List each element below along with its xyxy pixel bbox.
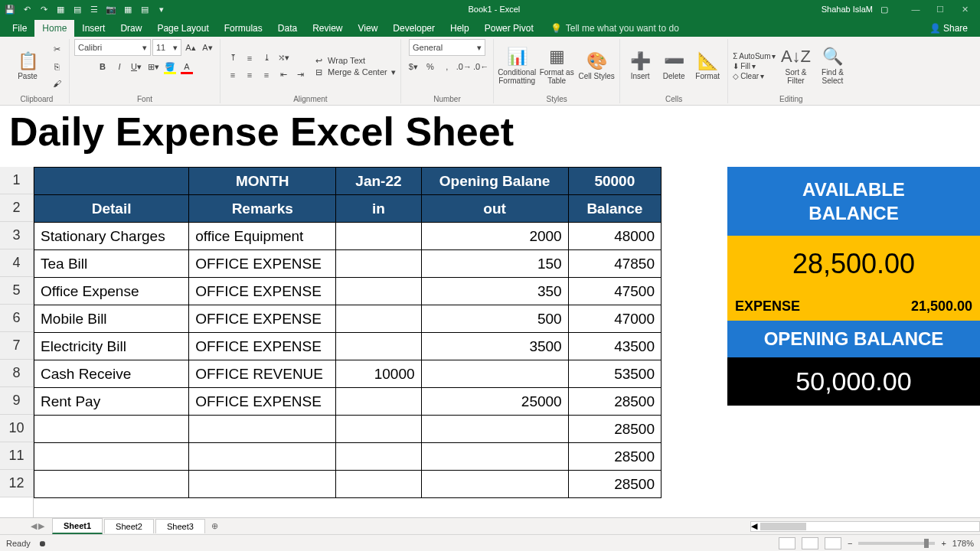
align-bottom-icon[interactable]: ⤓ [259,51,274,66]
cell[interactable] [421,471,568,498]
insert-cells-button[interactable]: ➕Insert [625,44,655,90]
minimize-icon[interactable]: — [905,5,926,15]
merge-center-button[interactable]: ⊟ Merge & Center ▾ [315,67,396,77]
horizontal-scrollbar[interactable]: ◀ [750,521,980,532]
tab-draw[interactable]: Draw [113,20,149,37]
cell[interactable]: in [336,195,421,223]
cell[interactable]: 53500 [568,360,661,388]
cell[interactable]: 10000 [336,360,421,388]
table-row[interactable]: Electricity BillOFFICE EXPENSE350043500 [34,333,662,360]
tab-file[interactable]: File [5,20,34,37]
opening-balance-value[interactable]: 50,000.00 [727,357,980,406]
table-row[interactable]: Rent PayOFFICE EXPENSE2500028500 [34,388,662,416]
align-middle-icon[interactable]: ≡ [242,51,257,66]
comma-icon[interactable]: , [439,59,455,74]
share-button[interactable]: 👤 Share [922,20,975,37]
underline-button[interactable]: U▾ [129,59,144,74]
qat-icon[interactable]: ▤ [72,5,83,15]
sheet-nav-next-icon[interactable]: ▶ [38,521,44,531]
paste-button[interactable]: 📋 Paste [9,44,46,90]
align-right-icon[interactable]: ≡ [259,67,274,83]
qat-icon[interactable]: ▤ [139,5,150,15]
orientation-icon[interactable]: ⤭▾ [276,51,291,66]
qat-icon[interactable]: ☰ [89,5,100,15]
cell[interactable]: 500 [421,305,568,333]
row-header[interactable]: 9 [0,387,33,415]
tab-review[interactable]: Review [305,20,350,37]
available-balance-label[interactable]: AVAILABLEBALANCE [727,167,980,236]
increase-indent-icon[interactable]: ⇥ [292,67,308,83]
font-name-select[interactable]: Calibri▾ [74,39,151,56]
cell[interactable] [189,416,336,443]
available-balance-value[interactable]: 28,500.00 [727,236,980,292]
qat-dropdown-icon[interactable]: ▾ [156,5,167,15]
row-header[interactable]: 6 [0,305,33,332]
tab-formulas[interactable]: Formulas [217,20,270,37]
cell[interactable]: 28500 [568,416,661,443]
cell[interactable] [34,471,189,498]
table-row[interactable]: 28500 [34,471,662,498]
percent-icon[interactable]: % [423,59,438,74]
cell[interactable]: office Equipment [189,223,336,250]
copy-icon[interactable]: ⎘ [49,59,64,74]
cell[interactable]: 28500 [568,443,661,471]
cell[interactable]: Mobile Bill [34,305,189,333]
cell[interactable]: 47500 [568,278,661,305]
sheet-tab[interactable]: Sheet3 [155,519,205,533]
cell[interactable]: Detail [34,195,189,223]
cell[interactable] [336,333,421,360]
cell[interactable]: 3500 [421,333,568,360]
new-sheet-button[interactable]: ⊕ [207,521,224,531]
cell[interactable]: 47850 [568,250,661,278]
redo-icon[interactable]: ↷ [38,5,49,15]
table-row[interactable]: MONTH Jan-22 Opening Balane 50000 [34,168,662,195]
cell[interactable]: Tea Bill [34,250,189,278]
fill-button[interactable]: ⬇ Fill ▾ [733,62,776,70]
cell[interactable] [336,471,421,498]
table-row[interactable]: 28500 [34,416,662,443]
clear-button[interactable]: ◇ Clear ▾ [733,72,776,80]
tab-data[interactable]: Data [270,20,305,37]
row-header[interactable]: 2 [0,194,33,222]
row-header[interactable]: 11 [0,442,33,470]
user-name[interactable]: Shahab IslaM [822,5,873,14]
cell[interactable] [336,223,421,250]
qat-icon[interactable]: 📷 [106,5,116,15]
row-header[interactable]: 1 [0,167,33,194]
cell[interactable] [336,416,421,443]
format-painter-icon[interactable]: 🖌 [49,76,64,91]
bold-button[interactable]: B [95,59,110,74]
cell[interactable]: Jan-22 [336,168,421,195]
delete-cells-button[interactable]: ➖Delete [658,44,689,90]
zoom-out-icon[interactable]: − [848,539,852,548]
format-as-table-button[interactable]: ▦Format as Table [538,44,575,90]
tab-developer[interactable]: Developer [385,20,443,37]
expense-row[interactable]: EXPENSE 21,500.00 [727,292,980,321]
cell[interactable]: 28500 [568,471,661,498]
cell[interactable]: OFFICE EXPENSE [189,388,336,416]
cell[interactable]: OFFICE REVENUE [189,360,336,388]
cell[interactable]: Rent Pay [34,388,189,416]
table-row[interactable]: Stationary Chargesoffice Equipment200048… [34,223,662,250]
row-header[interactable]: 12 [0,470,33,497]
conditional-formatting-button[interactable]: 📊Conditional Formatting [498,44,535,90]
tab-view[interactable]: View [351,20,386,37]
italic-button[interactable]: I [112,59,127,74]
find-select-button[interactable]: 🔍Find & Select [815,44,849,90]
cell[interactable] [336,278,421,305]
cell[interactable]: out [421,195,568,223]
font-color-button[interactable]: A [179,59,194,74]
ribbon-options-icon[interactable]: ▢ [880,5,888,15]
cell[interactable]: Stationary Charges [34,223,189,250]
align-top-icon[interactable]: ⤒ [225,51,240,66]
number-format-select[interactable]: General▾ [409,39,485,56]
tab-power-pivot[interactable]: Power Pivot [477,20,541,37]
cell[interactable] [189,443,336,471]
cell[interactable] [189,471,336,498]
cell[interactable] [336,305,421,333]
tab-page-layout[interactable]: Page Layout [149,20,216,37]
table-row[interactable]: Mobile BillOFFICE EXPENSE50047000 [34,305,662,333]
maximize-icon[interactable]: ☐ [929,5,951,15]
cell[interactable] [421,360,568,388]
macro-record-icon[interactable]: ⏺ [38,539,47,548]
